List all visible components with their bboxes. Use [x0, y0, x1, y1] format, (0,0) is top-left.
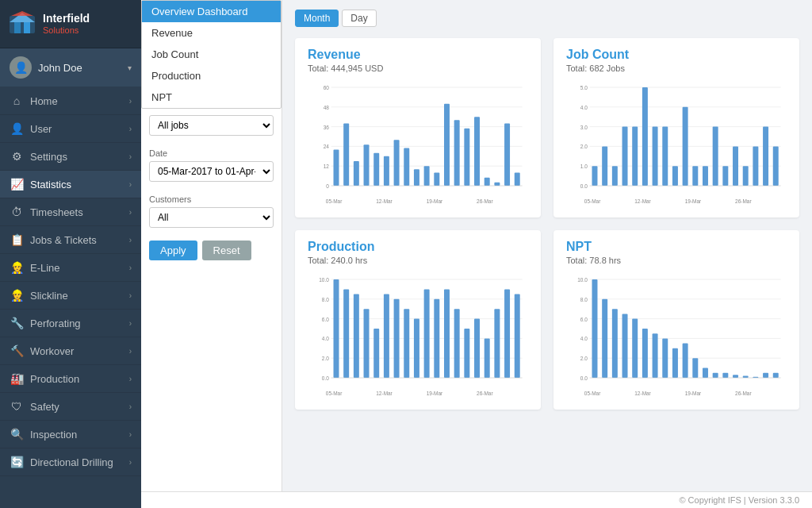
sidebar-item-timesheets[interactable]: ⏱ Timesheets ›: [0, 198, 141, 226]
svg-rect-93: [373, 329, 379, 378]
dropdown-item-production[interactable]: Production: [142, 65, 281, 87]
chevron-icon-workover: ›: [129, 347, 132, 356]
svg-rect-19: [354, 161, 359, 186]
day-button[interactable]: Day: [342, 10, 376, 27]
sidebar-item-settings[interactable]: ⚙ Settings ›: [0, 143, 141, 171]
customers-label: Customers: [149, 194, 274, 204]
svg-rect-32: [485, 178, 490, 186]
user-profile[interactable]: 👤 John Doe ▾: [0, 48, 141, 87]
svg-rect-139: [733, 375, 738, 378]
sidebar-item-user[interactable]: 👤 User ›: [0, 115, 141, 143]
sidebar-label-slickline: Slickline: [30, 290, 129, 302]
svg-marker-4: [11, 11, 33, 16]
npt-svg: 0.02.04.06.08.010.005-Mar12-Mar19-Mar26-…: [566, 273, 787, 400]
svg-text:4.0: 4.0: [322, 336, 329, 341]
svg-text:4.0: 4.0: [580, 336, 588, 341]
apply-button[interactable]: Apply: [149, 241, 197, 260]
sidebar-item-perforating[interactable]: 🔧 Perforating ›: [0, 310, 141, 337]
sidebar-label-production: Production: [30, 373, 129, 385]
revenue-chart-card: Revenue Total: 444,945 USD 0122436486005…: [295, 38, 541, 217]
month-button[interactable]: Month: [295, 10, 339, 27]
svg-rect-99: [434, 299, 439, 378]
svg-rect-136: [703, 368, 708, 378]
dropdown-item-npt[interactable]: NPT: [142, 87, 281, 108]
svg-rect-67: [733, 146, 738, 186]
svg-rect-140: [743, 376, 749, 378]
svg-rect-18: [343, 123, 349, 186]
jobs-select[interactable]: All jobs: [149, 115, 274, 136]
production-chart-card: Production Total: 240.0 hrs 0.02.04.06.0…: [295, 230, 541, 410]
logo-name-top: Interfield: [43, 13, 90, 25]
sidebar-item-slickline[interactable]: 👷 Slickline ›: [0, 282, 141, 310]
production-chart-area: 0.02.04.06.08.010.005-Mar12-Mar19-Mar26-…: [308, 273, 528, 400]
sidebar-item-workover[interactable]: 🔨 Workover ›: [0, 337, 141, 365]
production-title: Production: [308, 240, 528, 254]
sidebar-item-home[interactable]: ⌂ Home ›: [0, 87, 141, 115]
svg-rect-94: [384, 294, 389, 378]
svg-rect-95: [394, 299, 400, 378]
chevron-icon-inspection: ›: [129, 430, 132, 439]
svg-rect-133: [672, 348, 678, 378]
svg-rect-34: [504, 123, 510, 186]
sidebar-item-statistics[interactable]: 📈 Statistics ›: [0, 171, 141, 198]
date-select[interactable]: 05-Mar-2017 to 01-Apr-2017: [149, 161, 274, 182]
svg-text:0.0: 0.0: [580, 375, 588, 381]
sidebar-item-inspection[interactable]: 🔍 Inspection ›: [0, 421, 141, 448]
svg-rect-62: [683, 107, 688, 186]
svg-rect-128: [622, 314, 628, 378]
svg-rect-33: [494, 183, 500, 186]
home-icon: ⌂: [10, 94, 24, 107]
svg-text:12-Mar: 12-Mar: [376, 391, 393, 396]
sidebar-item-production[interactable]: 🏭 Production ›: [0, 365, 141, 393]
job-count-chart-area: 0.01.02.03.04.05.005-Mar12-Mar19-Mar26-M…: [566, 81, 787, 208]
svg-rect-22: [384, 156, 389, 186]
chevron-icon-jobs-tickets: ›: [129, 236, 132, 244]
svg-rect-64: [703, 166, 708, 186]
svg-rect-91: [354, 294, 359, 378]
revenue-title: Revenue: [308, 48, 528, 62]
svg-rect-105: [494, 309, 500, 378]
chevron-icon-directional-drilling: ›: [129, 458, 132, 467]
sidebar-item-e-line[interactable]: 👷 E-Line ›: [0, 254, 141, 282]
npt-subtitle: Total: 78.8 hrs: [566, 256, 787, 265]
sidebar-item-safety[interactable]: 🛡 Safety ›: [0, 393, 141, 421]
svg-rect-138: [722, 373, 728, 378]
dropdown-item-overview-dashboard[interactable]: Overview Dashboard: [142, 1, 281, 22]
svg-text:5.0: 5.0: [580, 85, 588, 90]
dropdown-item-revenue[interactable]: Revenue: [142, 22, 281, 44]
svg-text:10.0: 10.0: [319, 277, 329, 283]
svg-rect-69: [753, 146, 758, 186]
svg-rect-102: [464, 329, 469, 378]
statistics-icon: 📈: [10, 178, 24, 190]
svg-rect-60: [662, 127, 668, 186]
svg-rect-107: [515, 294, 520, 378]
sidebar-item-directional-drilling[interactable]: 🔄 Directional Drilling ›: [0, 448, 141, 476]
svg-rect-29: [454, 120, 460, 186]
nav-menu: ⌂ Home › 👤 User › ⚙ Settings › 📈 Statist…: [0, 87, 141, 476]
svg-rect-58: [642, 87, 648, 186]
revenue-chart-area: 0122436486005-Mar12-Mar19-Mar26-Mar: [308, 81, 528, 208]
svg-rect-30: [464, 129, 469, 186]
sidebar-label-settings: Settings: [30, 151, 129, 163]
svg-rect-104: [485, 338, 490, 378]
chevron-icon-e-line: ›: [129, 264, 132, 272]
sidebar-label-perforating: Perforating: [30, 318, 129, 329]
svg-rect-100: [444, 289, 450, 378]
svg-rect-53: [592, 166, 598, 186]
chevron-icon-statistics: ›: [129, 180, 132, 189]
svg-rect-66: [722, 166, 728, 186]
svg-text:05-Mar: 05-Mar: [326, 391, 343, 396]
svg-text:48: 48: [324, 105, 329, 110]
svg-text:1.0: 1.0: [580, 164, 588, 169]
reset-button[interactable]: Reset: [202, 241, 251, 260]
chevron-icon-timesheets: ›: [129, 208, 132, 217]
footer: © Copyright IFS | Version 3.3.0: [141, 491, 812, 508]
chevron-icon-user: ›: [129, 125, 132, 133]
svg-text:26-Mar: 26-Mar: [477, 198, 493, 204]
inspection-icon: 🔍: [10, 428, 24, 441]
customers-select[interactable]: All: [149, 207, 274, 228]
svg-rect-59: [653, 127, 658, 186]
dropdown-item-job-count[interactable]: Job Count: [142, 44, 281, 65]
sidebar-item-jobs-tickets[interactable]: 📋 Jobs & Tickets ›: [0, 226, 141, 254]
svg-rect-98: [424, 289, 430, 378]
